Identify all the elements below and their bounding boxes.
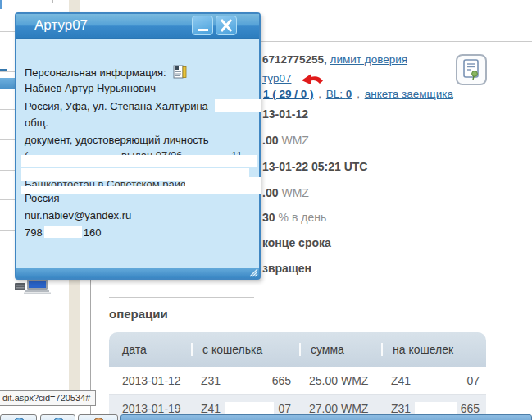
- taskbar-button[interactable]: [40, 414, 75, 420]
- redaction: [21, 155, 257, 167]
- certificate-icon: [462, 59, 481, 80]
- bl-link[interactable]: BL: 0: [326, 88, 352, 100]
- detail-row: 13-01-12: [262, 107, 311, 121]
- document-card-icon: [173, 65, 187, 79]
- taskbar: [0, 414, 532, 420]
- detail-row: 13-01-22 05:21 UTC: [262, 160, 371, 173]
- phone-line: 798160: [25, 226, 256, 241]
- window-edge-fragment: [0, 0, 2, 9]
- profile-popup-window: Артур07 Персональная информация:: [15, 12, 261, 280]
- borrower-form-link[interactable]: анкета заемщика: [365, 88, 453, 100]
- horizontal-divider: [246, 41, 532, 42]
- login-link[interactable]: тур07: [262, 72, 291, 84]
- screen: 6712775255, лимит доверия тур07 1 ( 29 /…: [0, 0, 532, 420]
- computer-icon[interactable]: [15, 279, 51, 295]
- email-line: nur.nabiev@yandex.ru: [25, 209, 256, 224]
- address-line: Россия, Уфа, ул. Степана Халтурина: [25, 99, 256, 114]
- red-arrow-annotation: [300, 73, 325, 87]
- cell-from-purse: Z31 665: [191, 374, 299, 387]
- cell-to-purse: Z41 07: [381, 374, 486, 387]
- full-name-line: Набиев Артур Нурьянович: [25, 82, 256, 97]
- redaction: [225, 402, 274, 414]
- redaction: [215, 99, 261, 112]
- list-row-fragment: [0, 139, 15, 140]
- status-url-tooltip: dit.aspx?cid=720534#: [0, 390, 96, 406]
- detail-row: .00WMZ: [262, 134, 309, 147]
- list-row-fragment: [0, 170, 15, 171]
- taskbar-button[interactable]: [0, 414, 37, 420]
- cell-date: 2013-01-19: [109, 402, 191, 415]
- section-divider: [109, 297, 254, 298]
- list-row-fragment: [0, 230, 15, 231]
- list-row-fragment: [0, 71, 15, 72]
- popup-title: Артур07: [34, 17, 88, 34]
- redaction: [415, 402, 457, 414]
- detail-row: конце срока: [262, 236, 334, 249]
- popup-title-bar[interactable]: Артур07: [16, 14, 259, 39]
- document-label-line: документ, удостоверяющий личность: [25, 134, 256, 148]
- resize-grip[interactable]: [248, 268, 258, 277]
- operations-heading: операции: [109, 307, 168, 321]
- detail-row: звращен: [262, 262, 315, 275]
- popup-footer-bar: [16, 268, 259, 278]
- close-icon: [216, 16, 236, 34]
- redacted-document-line: ( выдан 07/06, 11: [25, 151, 256, 166]
- column-header-amount: сумма: [299, 343, 381, 356]
- table-header: дата с кошелька сумма на кошелек: [109, 332, 486, 367]
- link-fragment: [0, 69, 7, 71]
- column-header-date: дата: [109, 343, 191, 356]
- page-column-stripe: [69, 279, 80, 391]
- column-header-to-purse: на кошелек: [381, 343, 486, 356]
- separator: ,: [318, 88, 321, 100]
- minimize-button[interactable]: [192, 16, 213, 35]
- separator: ,: [357, 88, 360, 100]
- list-row-fragment: [0, 31, 15, 32]
- selected-row-fragment: [0, 78, 15, 89]
- cell-date: 2013-01-12: [109, 374, 191, 387]
- horizontal-divider: [92, 7, 532, 7]
- personal-info-line: Персональная информация:: [25, 65, 256, 80]
- detail-row: .00WMZ: [262, 186, 309, 199]
- minimize-icon: [198, 29, 208, 31]
- list-row-fragment: [0, 109, 15, 110]
- address-line-2: общ.: [25, 116, 256, 131]
- table-row: 2013-01-12 Z31 665 25.00 WMZ Z41 07: [109, 367, 486, 395]
- operations-table: дата с кошелька сумма на кошелек 2013-01…: [109, 332, 486, 420]
- trust-limit-link[interactable]: лимит доверия: [330, 53, 407, 66]
- wmid-value: 6712775255,: [262, 53, 327, 66]
- cell-amount: 27.00 WMZ: [299, 402, 381, 415]
- redaction: [225, 374, 268, 386]
- list-row-fragment: [0, 199, 15, 200]
- column-header-from-purse: с кошелька: [191, 343, 299, 356]
- taskbar-active-button[interactable]: [120, 414, 532, 420]
- cell-to-purse: Z31 665: [381, 402, 486, 415]
- detail-row: 30% в день: [262, 211, 326, 224]
- cell-amount: 25.00 WMZ: [299, 374, 381, 387]
- rating-link[interactable]: 1 ( 29 / 0 ): [263, 88, 314, 100]
- page-column-stripe: [69, 0, 80, 12]
- taskbar-button[interactable]: [78, 414, 118, 420]
- wmid-line: 6712775255, лимит доверия: [262, 53, 407, 66]
- close-button[interactable]: [216, 16, 237, 35]
- page-line-fragment: [52, 0, 53, 3]
- rating-line: 1 ( 29 / 0 ) , BL: 0 , анкета заемщика: [263, 88, 453, 100]
- cell-from-purse: Z41 07: [191, 402, 299, 415]
- passport-certificate-button[interactable]: [456, 54, 487, 85]
- redaction: [185, 177, 261, 194]
- country-line: Россия: [25, 192, 256, 207]
- login-line: тур07: [262, 72, 291, 84]
- popup-body: Персональная информация: Набиев Артур Ну…: [16, 39, 259, 269]
- redaction: [415, 374, 462, 386]
- redaction: [44, 226, 82, 238]
